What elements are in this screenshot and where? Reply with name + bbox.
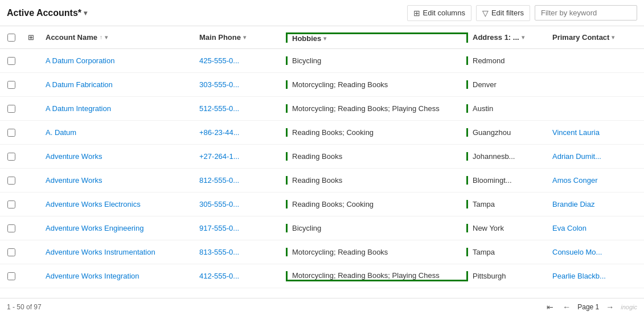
row-account-name[interactable]: Adventure Works: [41, 176, 195, 185]
address-header-text: Address 1: ...: [473, 33, 519, 42]
row-main-phone[interactable]: 812-555-0...: [195, 176, 286, 185]
row-main-phone[interactable]: 305-555-0...: [195, 200, 286, 208]
row-main-phone[interactable]: 813-555-0...: [195, 248, 286, 256]
row-address: Tampa: [468, 200, 548, 208]
row-primary-contact[interactable]: Pearlie Blackb...: [548, 272, 642, 280]
row-address: Denver: [468, 80, 548, 89]
row-checkbox-cell: [2, 177, 20, 185]
header-actions: ⊞ Edit columns ▽ Edit filters: [407, 5, 638, 21]
row-address: Johannesb...: [468, 152, 548, 161]
row-checkbox[interactable]: [7, 248, 15, 256]
hobbies-dropdown-icon: ▾: [323, 35, 326, 42]
row-checkbox-cell: [2, 81, 20, 89]
row-checkbox[interactable]: [7, 272, 15, 280]
table-header: ⊞ Account Name ↑ ▾ Main Phone ▾ Hobbies …: [0, 26, 644, 49]
row-account-name[interactable]: Adventure Works: [41, 152, 195, 161]
row-main-phone[interactable]: +27-264-1...: [195, 152, 286, 161]
table-row: Adventure Works +27-264-1... Reading Boo…: [0, 145, 644, 169]
table-row: A Datum Integration 512-555-0... Motorcy…: [0, 97, 644, 121]
primary-contact-header-text: Primary Contact: [552, 33, 609, 42]
row-main-phone[interactable]: 512-555-0...: [195, 104, 286, 113]
header-primary-contact[interactable]: Primary Contact ▾: [548, 33, 642, 42]
row-primary-contact[interactable]: Adrian Dumit...: [548, 152, 642, 161]
row-checkbox-cell: [2, 272, 20, 280]
edit-columns-icon: ⊞: [413, 9, 420, 18]
row-account-name[interactable]: Adventure Works Integration: [41, 272, 195, 280]
row-hobbies: Motorcycling; Reading Books; Playing Che…: [286, 104, 468, 113]
table-row: Adventure Works Instrumentation 813-555-…: [0, 240, 644, 264]
primary-contact-dropdown-icon: ▾: [612, 34, 614, 40]
view-icon: ⊞: [28, 33, 34, 42]
row-account-name[interactable]: Adventure Works Electronics: [41, 200, 195, 208]
header-account-name[interactable]: Account Name ↑ ▾: [41, 33, 195, 42]
row-main-phone[interactable]: 303-555-0...: [195, 80, 286, 89]
row-primary-contact[interactable]: Consuelo Mo...: [548, 248, 642, 256]
row-account-name[interactable]: A Datum Corporation: [41, 56, 195, 65]
header-checkbox-cell: [2, 34, 20, 42]
row-address: Guangzhou: [468, 128, 548, 137]
main-phone-header-text: Main Phone: [199, 33, 241, 42]
table-body: A Datum Corporation 425-555-0... Bicycli…: [0, 49, 644, 298]
row-hobbies: Reading Books; Cooking: [286, 200, 468, 208]
main-phone-dropdown-icon: ▾: [243, 34, 246, 40]
row-checkbox-cell: [2, 129, 20, 137]
keyword-filter-input[interactable]: [535, 5, 637, 21]
row-account-name[interactable]: A Datum Fabrication: [41, 80, 195, 89]
table-row: Adventure Works Integration 412-555-0...…: [0, 264, 644, 288]
header-main-phone[interactable]: Main Phone ▾: [195, 33, 286, 42]
row-address: Redmond: [468, 56, 548, 65]
row-hobbies: Motorcycling; Reading Books; Playing Che…: [286, 271, 468, 281]
header-hobbies[interactable]: Hobbies ▾: [286, 32, 468, 43]
row-primary-contact[interactable]: Amos Conger: [548, 176, 642, 185]
row-hobbies: Reading Books; Cooking: [286, 128, 468, 137]
row-checkbox[interactable]: [7, 57, 15, 65]
table-row: A Datum Fabrication 303-555-0... Motorcy…: [0, 73, 644, 97]
header-bar: Active Accounts* ▾ ⊞ Edit columns ▽ Edit…: [0, 0, 644, 26]
row-main-phone[interactable]: 412-555-0...: [195, 272, 286, 280]
row-checkbox-cell: [2, 248, 20, 256]
row-account-name[interactable]: A Datum Integration: [41, 104, 195, 113]
row-main-phone[interactable]: 917-555-0...: [195, 224, 286, 232]
row-main-phone[interactable]: 425-555-0...: [195, 56, 286, 65]
row-checkbox-cell: [2, 224, 20, 232]
account-name-dropdown-icon: ▾: [105, 34, 108, 40]
row-primary-contact[interactable]: Brandie Diaz: [548, 200, 642, 208]
edit-columns-button[interactable]: ⊞ Edit columns: [407, 5, 471, 21]
select-all-checkbox[interactable]: [7, 34, 15, 42]
row-hobbies: Bicycling: [286, 224, 468, 232]
row-account-name[interactable]: Adventure Works Engineering: [41, 224, 195, 232]
first-page-button[interactable]: ⇤: [544, 301, 556, 313]
row-main-phone[interactable]: +86-23-44...: [195, 128, 286, 137]
row-checkbox[interactable]: [7, 177, 15, 185]
range-label: 1 - 50 of 97: [7, 303, 42, 311]
row-account-name[interactable]: Adventure Works Instrumentation: [41, 248, 195, 256]
title-chevron-icon[interactable]: ▾: [84, 9, 87, 17]
edit-columns-label: Edit columns: [423, 9, 465, 17]
row-primary-contact[interactable]: Eva Colon: [548, 224, 642, 232]
row-account-name[interactable]: A. Datum: [41, 128, 195, 137]
prev-page-button[interactable]: ←: [560, 301, 573, 313]
row-address: New York: [468, 224, 548, 232]
footer: 1 - 50 of 97 ⇤ ← Page 1 → inogic: [0, 298, 644, 315]
row-hobbies: Bicycling: [286, 56, 468, 65]
row-address: Pittsburgh: [468, 272, 548, 280]
table-row: Adventure Works Electronics 305-555-0...…: [0, 193, 644, 216]
row-checkbox[interactable]: [7, 224, 15, 232]
row-checkbox[interactable]: [7, 153, 15, 161]
row-checkbox-cell: [2, 57, 20, 65]
edit-filters-label: Edit filters: [491, 9, 524, 17]
row-checkbox[interactable]: [7, 105, 15, 113]
edit-filters-button[interactable]: ▽ Edit filters: [476, 5, 530, 21]
row-checkbox[interactable]: [7, 129, 15, 137]
table-row: Adventure Works 812-555-0... Reading Boo…: [0, 169, 644, 193]
row-checkbox[interactable]: [7, 201, 15, 208]
row-address: Austin: [468, 104, 548, 113]
account-name-sort-icon: ↑: [100, 34, 102, 40]
header-address[interactable]: Address 1: ... ▾: [468, 33, 548, 42]
row-primary-contact[interactable]: Vincent Lauria: [548, 128, 642, 137]
page-label: Page 1: [577, 303, 599, 311]
next-page-button[interactable]: →: [604, 301, 616, 313]
row-hobbies: Motorcycling; Reading Books: [286, 80, 468, 89]
row-checkbox[interactable]: [7, 81, 15, 89]
hobbies-header-text: Hobbies: [292, 34, 321, 43]
